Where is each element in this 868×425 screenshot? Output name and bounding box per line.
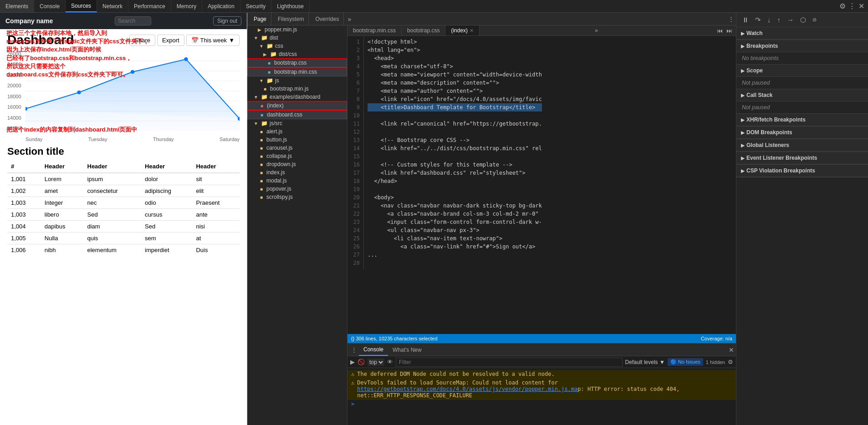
signin-button[interactable]: Sign out (213, 16, 241, 25)
tree-item-popper[interactable]: ▶ popper.min.js (247, 25, 347, 34)
global-section: ▶ Global Listeners (736, 139, 868, 152)
tab-application[interactable]: Application (202, 0, 240, 12)
tab-console[interactable]: Console (34, 0, 66, 12)
tree-item-index-js[interactable]: ■ index.js (247, 168, 347, 177)
tree-item-dashboard-css[interactable]: ■ dashboard.css (247, 110, 347, 119)
tree-item-js-src[interactable]: ▼ 📁 js/src (247, 119, 347, 127)
tree-item-popover[interactable]: ■ popover.js (247, 185, 347, 193)
levels-select[interactable]: Default levels ▼ (625, 359, 665, 365)
filter-input[interactable] (396, 358, 623, 367)
settings-icon[interactable]: ⚙ (839, 2, 846, 10)
date-filter-label: This week (200, 37, 227, 44)
breakpoints-section: ▶ Breakpoints No breakpoints (736, 40, 868, 65)
tree-item-carousel[interactable]: ■ carousel.js (247, 144, 347, 152)
tree-item-examples[interactable]: ▼ 📁 examples/dashboard (247, 93, 347, 101)
folder-icon-dist: ▼ (253, 35, 259, 41)
dashboard-content: Dashboard Share Export 📅 This week ▼ 260… (0, 29, 247, 259)
close-devtools-icon[interactable]: ✕ (858, 2, 864, 10)
col-header-2: Header (84, 160, 142, 173)
tree-item-dropdown[interactable]: ■ dropdown.js (247, 160, 347, 168)
js-file-icon-dropdown: ■ (258, 161, 265, 167)
more-icon[interactable]: ⋮ (848, 2, 856, 10)
svg-point-11 (184, 57, 188, 61)
tab-elements[interactable]: Elements (0, 0, 34, 12)
close-tab-icon[interactable]: ✕ (470, 28, 474, 34)
callstack-section-header[interactable]: ▶ Call Stack (736, 89, 868, 101)
tab-memory[interactable]: Memory (171, 0, 202, 12)
export-button[interactable]: Export (157, 35, 184, 46)
tree-item-dist-css[interactable]: ▶ 📁 dist/css (247, 50, 347, 58)
css-file-icon-1: ■ (266, 60, 272, 66)
editor-tabs-more[interactable]: » (591, 25, 602, 35)
step-into-button[interactable]: ↓ (766, 15, 773, 25)
xhr-section-header[interactable]: ▶ XHR/fetch Breakpoints (736, 114, 868, 126)
no-issues-badge[interactable]: 🔵 No Issues (668, 358, 703, 366)
deactivate-breakpoints-button[interactable]: ⬡ (798, 15, 808, 25)
console-kebab-icon[interactable]: ⋮ (349, 346, 359, 353)
tab-security[interactable]: Security (240, 0, 271, 12)
editor-tab-bootstrap-css[interactable]: bootstrap.css (402, 25, 445, 35)
sourcemap-link[interactable]: https://getbootstrap.com/docs/4.0/assets… (357, 386, 577, 392)
tab-network[interactable]: Network (97, 0, 128, 12)
search-input[interactable] (115, 16, 151, 25)
tree-item-bootstrap-css[interactable]: ■ bootstrap.css (247, 58, 347, 67)
scope-content: Not paused (736, 77, 868, 89)
sources-tab-overrides[interactable]: Overrides (311, 13, 344, 25)
eye-icon[interactable]: 👁 (387, 359, 393, 365)
breakpoints-section-header[interactable]: ▶ Breakpoints (736, 40, 868, 52)
event-section-header[interactable]: ▶ Event Listener Breakpoints (736, 152, 868, 164)
tree-item-css[interactable]: ▼ 📁 css (247, 42, 347, 50)
step-button[interactable]: → (785, 15, 796, 25)
sources-tab-filesystem[interactable]: Filesystem (273, 13, 309, 25)
dom-section-header[interactable]: ▶ DOM Breakpoints (736, 126, 868, 139)
tab-lighthouse[interactable]: Lighthouse (271, 0, 310, 12)
scope-section-header[interactable]: ▶ Scope (736, 65, 868, 77)
debugger-toolbar: ⏸ ↷ ↓ ↑ → ⬡ ⊘ (736, 13, 868, 27)
tree-item-scrollspy[interactable]: ■ scrollspy.js (247, 193, 347, 201)
tab-whats-new[interactable]: What's New (388, 344, 426, 356)
tree-item-alert[interactable]: ■ alert.js (247, 127, 347, 136)
context-select[interactable]: top (368, 359, 384, 366)
tree-item-bootstrap-min-css[interactable]: ■ bootstrap.min.css (247, 67, 347, 76)
tree-item-button[interactable]: ■ button.js (247, 136, 347, 144)
tree-item-js[interactable]: ▼ 📁 js (247, 76, 347, 85)
share-button[interactable]: Share (129, 35, 155, 46)
step-over-button[interactable]: ↷ (753, 15, 763, 25)
editor-tab-bootstrap-min-css[interactable]: bootstrap.min.css (347, 25, 402, 35)
dashboard-actions: Share Export 📅 This week ▼ (129, 35, 240, 46)
tree-item-index[interactable]: ■ (index) (247, 101, 347, 110)
sources-tab-page[interactable]: Page (249, 13, 271, 25)
warn-icon-1: ⚠ (351, 371, 354, 377)
console-messages: ⚠ The deferred DOM Node could not be res… (347, 368, 736, 425)
execute-icon[interactable]: ▶ (350, 359, 355, 365)
tab-performance[interactable]: Performance (128, 0, 171, 12)
editor-tab-index[interactable]: (index) ✕ (445, 25, 480, 35)
console-close-icon[interactable]: ✕ (729, 346, 734, 354)
tree-item-modal[interactable]: ■ modal.js (247, 177, 347, 185)
dont-pause-exceptions-button[interactable]: ⊘ (811, 16, 818, 24)
tree-item-dist[interactable]: ▼ 📁 dist (247, 34, 347, 42)
console-settings-icon[interactable]: ⚙ (728, 359, 733, 365)
main-layout: Company name Sign out 把这三个文件保存到本地，然后导入到 … (0, 13, 868, 425)
js-file-icon-bootstrap: ■ (262, 86, 268, 92)
code-content[interactable]: 1234567891011121314151617181920212223242… (347, 36, 736, 334)
date-filter-button[interactable]: 📅 This week ▼ (186, 35, 240, 46)
editor-back-icon[interactable]: ⏮ (717, 27, 723, 34)
csp-section: ▶ CSP Violation Breakpoints (736, 165, 868, 177)
global-section-header[interactable]: ▶ Global Listeners (736, 139, 868, 152)
sources-kebab-icon[interactable]: ⋮ (728, 15, 734, 22)
tab-sources[interactable]: Sources (66, 0, 97, 12)
tree-item-bootstrap-min-js[interactable]: ■ bootstrap.min.js (247, 85, 347, 93)
step-out-button[interactable]: ↑ (776, 15, 783, 25)
tab-console[interactable]: Console (359, 344, 388, 356)
csp-section-header[interactable]: ▶ CSP Violation Breakpoints (736, 165, 868, 177)
pause-button[interactable]: ⏸ (740, 15, 751, 25)
clear-console-icon[interactable]: 🚫 (357, 359, 365, 365)
js-file-icon-collapse: ■ (258, 153, 265, 159)
console-prompt[interactable] (347, 400, 736, 408)
sources-more-icon[interactable]: » (346, 15, 353, 23)
js-file-icon: ▶ (256, 26, 263, 33)
editor-fwd-icon[interactable]: ⏭ (726, 27, 732, 34)
watch-section-header[interactable]: ▶ Watch (736, 27, 868, 40)
tree-item-collapse[interactable]: ■ collapse.js (247, 152, 347, 160)
